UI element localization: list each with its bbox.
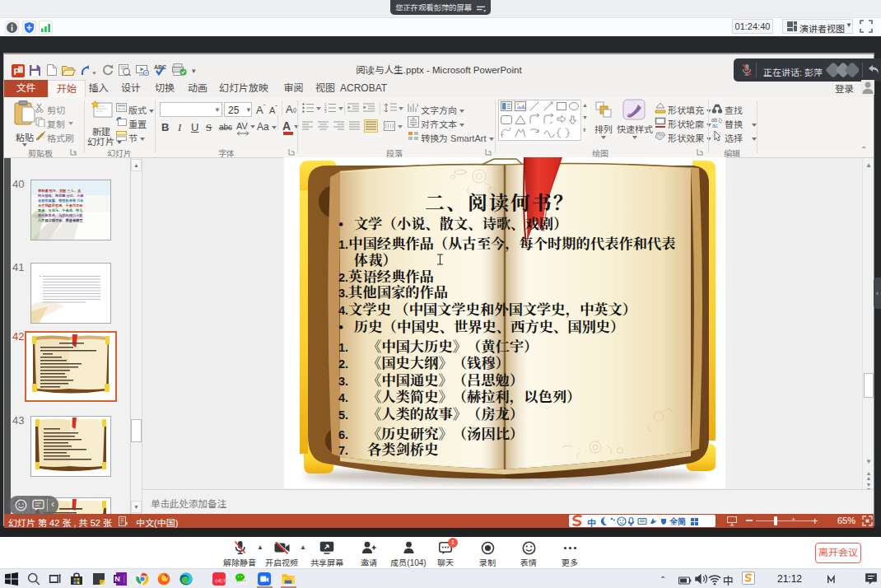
svg-text:ac: ac (712, 123, 719, 128)
svg-text:小红书: 小红书 (214, 577, 226, 583)
svg-text:全简: 全简 (669, 516, 686, 526)
svg-text:N: N (114, 575, 120, 583)
svg-text:3: 3 (324, 110, 327, 113)
svg-text:人生得意须尽欢，莫使金樽空: 人生得意须尽欢，莫使金樽空 (38, 217, 83, 223)
